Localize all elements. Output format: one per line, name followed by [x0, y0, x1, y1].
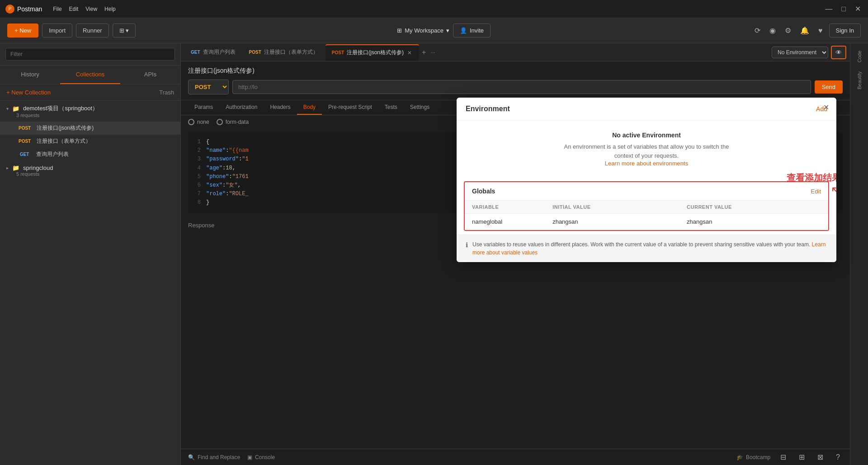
annotation-text: 查看添加结果 [787, 172, 836, 184]
col-initial-header: INITIAL VALUE [552, 204, 687, 210]
find-replace-button[interactable]: 🔍 Find and Replace [188, 454, 240, 460]
send-button[interactable]: Send [815, 80, 843, 94]
var-name-0: nameglobal [472, 218, 552, 225]
request-get-users[interactable]: GET 查询用户列表 [0, 148, 180, 161]
body-option-none[interactable]: none [188, 119, 209, 125]
runner-button[interactable]: Runner [76, 23, 109, 38]
collection-demotest-name: demotest项目（springboot） [23, 104, 98, 113]
beautify-sidebar-button[interactable]: Beautify [855, 68, 864, 93]
collection-springcloud-meta: 5 requests [16, 171, 174, 177]
req-tab-pre[interactable]: Pre-request Script [322, 100, 378, 115]
req-tab-headers[interactable]: Headers [264, 100, 297, 115]
folder-icon: 📁 [12, 105, 19, 112]
layout-icon-1[interactable]: ⊟ [778, 450, 789, 464]
invite-icon: 👤 [460, 27, 467, 34]
menu-file[interactable]: File [53, 6, 61, 12]
sidebar-actions: + New Collection Trash [0, 85, 180, 101]
response-label: Response [188, 222, 215, 229]
tab-collections[interactable]: Collections [60, 66, 120, 84]
add-tab-button[interactable]: + [422, 48, 426, 56]
env-eye-button[interactable]: 👁 [831, 46, 846, 59]
code-sidebar-button[interactable]: Code [855, 47, 864, 66]
request-json-name: 注册接口(json格式传参) [37, 124, 94, 132]
help-button[interactable]: ? [833, 451, 843, 464]
env-popup-close-button[interactable]: ✕ [823, 103, 829, 112]
menu-edit[interactable]: Edit [69, 6, 79, 12]
body-option-form-data[interactable]: form-data [217, 119, 249, 125]
req-tab-auth[interactable]: Authorization [219, 100, 264, 115]
chevron-down-icon: ▾ [6, 106, 9, 111]
env-popup-header: Environment Add [457, 98, 836, 121]
notifications-icon[interactable]: 🔔 [797, 23, 812, 38]
layout-icon-3[interactable]: ⊠ [815, 450, 826, 464]
request-area: 注册接口(json格式传参) POST Send [181, 61, 850, 100]
sidebar-tabs: History Collections APIs [0, 66, 180, 85]
req-tab-tests[interactable]: Tests [378, 100, 404, 115]
tab-close-button[interactable]: ✕ [406, 50, 413, 56]
learn-more-variables-link[interactable]: Learn more about variable values [472, 241, 826, 256]
annotation-arrow-icon: ↙ [830, 184, 836, 199]
close-button[interactable]: ✕ [853, 5, 863, 13]
request-form-post[interactable]: POST 注册接口（表单方式） [0, 135, 180, 148]
tab-history[interactable]: History [0, 66, 60, 84]
console-button[interactable]: ▣ Console [247, 454, 275, 460]
env-popup-title: Environment [466, 105, 510, 113]
radio-form-data-icon [217, 119, 223, 125]
toolbar-right: ⟳ ◉ ⚙ 🔔 ♥ Sign In [752, 23, 861, 38]
globals-table-header: VARIABLE INITIAL VALUE CURRENT VALUE [465, 201, 828, 214]
no-env-title: No active Environment [466, 132, 827, 139]
bootcamp-label: Bootcamp [746, 454, 770, 460]
workspace-label: My Workspace [405, 27, 443, 34]
import-button[interactable]: Import [42, 23, 72, 38]
trash-button[interactable]: Trash [159, 89, 174, 96]
tab-apis[interactable]: APIs [120, 66, 180, 84]
bootcamp-button[interactable]: 🎓 Bootcamp [736, 454, 770, 460]
bottom-right: 🎓 Bootcamp ⊟ ⊞ ⊠ ? [736, 450, 843, 464]
console-icon: ▣ [247, 454, 252, 460]
menu-help[interactable]: Help [104, 6, 116, 12]
toolbar: + New Import Runner ⊞ ▾ ⊞ My Workspace ▾… [0, 18, 868, 43]
req-tab-settings[interactable]: Settings [404, 100, 436, 115]
req-tab-params[interactable]: Params [188, 100, 219, 115]
maximize-button[interactable]: □ [840, 5, 848, 13]
search-input[interactable] [5, 48, 175, 61]
layout-icon-2[interactable]: ⊞ [796, 450, 807, 464]
method-get-badge: GET [16, 151, 33, 158]
collection-demotest[interactable]: ▾ 📁 demotest项目（springboot） 3 requests [0, 101, 180, 122]
new-button[interactable]: + New [7, 23, 38, 38]
sign-in-button[interactable]: Sign In [829, 23, 861, 38]
url-input[interactable] [232, 80, 811, 94]
more-tabs-button[interactable]: ··· [427, 47, 439, 57]
heart-icon[interactable]: ♥ [816, 24, 826, 38]
globals-title: Globals [472, 188, 495, 195]
workspace-grid-icon: ⊞ [397, 27, 402, 34]
tab-post-form[interactable]: POST 注册接口（表单方式） [243, 44, 325, 61]
collection-springcloud[interactable]: ▸ 📁 springcloud 5 requests [0, 161, 180, 180]
sync-icon[interactable]: ⟳ [752, 23, 763, 38]
workspace-button[interactable]: ⊞ My Workspace ▾ [397, 27, 449, 34]
menu-view[interactable]: View [85, 6, 97, 12]
minimize-button[interactable]: — [823, 5, 834, 13]
satellite-icon[interactable]: ◉ [767, 23, 778, 38]
layout-button[interactable]: ⊞ ▾ [113, 23, 136, 38]
col-current-header: CURRENT VALUE [687, 204, 821, 210]
request-json-post[interactable]: POST 注册接口(json格式传参) [0, 122, 180, 135]
tab-get-users[interactable]: GET 查询用户列表 [184, 44, 242, 61]
tab-post-form-method: POST [249, 50, 261, 55]
app-logo: P Postman [5, 5, 42, 14]
invite-button[interactable]: 👤 Invite [453, 23, 491, 38]
tabs-bar: GET 查询用户列表 POST 注册接口（表单方式） POST 注册接口(jso… [181, 43, 850, 61]
collection-demotest-header: ▾ 📁 demotest项目（springboot） [6, 104, 174, 113]
globals-row-0: nameglobal zhangsan zhangsan [465, 214, 828, 230]
app-title: Postman [17, 5, 42, 13]
right-sidebar: Code Beautify [850, 43, 868, 465]
env-dropdown[interactable]: No Environment [772, 47, 828, 58]
method-select[interactable]: POST [188, 80, 229, 94]
req-tab-body[interactable]: Body [297, 100, 322, 115]
globals-table: VARIABLE INITIAL VALUE CURRENT VALUE nam… [465, 201, 828, 230]
learn-more-env-link[interactable]: Learn more about environments [605, 160, 688, 167]
settings-icon[interactable]: ⚙ [782, 23, 794, 38]
new-collection-button[interactable]: + New Collection [6, 89, 51, 96]
tab-post-json[interactable]: POST 注册接口(json格式传参) ✕ [326, 44, 419, 61]
info-icon: ℹ [466, 241, 468, 249]
